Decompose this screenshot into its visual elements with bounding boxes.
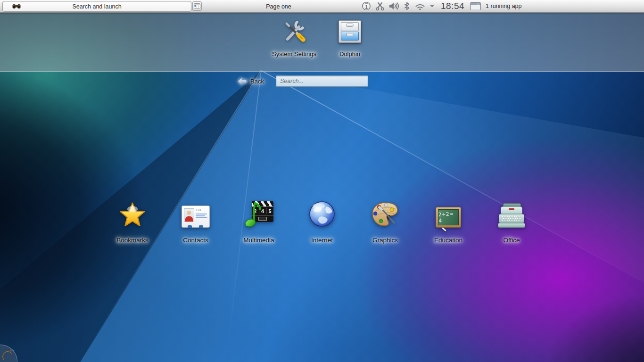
top-panel: Page one 1: [0, 0, 644, 13]
category-label: Contacts: [183, 237, 208, 244]
back-button[interactable]: Back: [237, 75, 264, 87]
network-wireless-icon[interactable]: [414, 2, 426, 11]
back-label: Back: [250, 78, 264, 85]
category-label: Bookmarks: [116, 237, 149, 244]
category-label: Office: [503, 237, 520, 244]
category-label: Education: [434, 237, 462, 244]
contact-photo: [184, 208, 194, 222]
category-graphics[interactable]: Graphics: [354, 195, 417, 244]
chalk-piece: [442, 227, 446, 231]
graphics-palette-icon: [371, 201, 400, 228]
category-label: Internet: [311, 237, 333, 244]
plasma-cashew-icon: [0, 346, 16, 362]
favorite-dolphin[interactable]: Dolphin: [322, 18, 378, 58]
contact-card-title: KDE: [196, 208, 202, 212]
clipboard-scissors-icon[interactable]: [375, 1, 385, 11]
tray-expander-chevron-icon[interactable]: [429, 5, 435, 8]
desktop: Page one 1: [0, 0, 644, 362]
bookmarks-star-icon: [118, 200, 147, 228]
category-office[interactable]: Office: [480, 195, 543, 244]
favorite-label: System Settings: [272, 50, 316, 58]
internet-globe-icon: [308, 200, 336, 228]
favorite-label: Dolphin: [339, 50, 360, 58]
page-label: Page one: [234, 3, 323, 10]
category-multimedia[interactable]: 2 4 5: [227, 195, 290, 244]
music-note-icon: [244, 200, 262, 228]
launcher-search-input[interactable]: [276, 75, 368, 87]
education-chalkboard-icon: 2+2= 4: [436, 207, 461, 228]
app-search-input[interactable]: [3, 1, 191, 11]
category-grid: Bookmarks KDE Contacts: [0, 195, 644, 244]
window-icon: [470, 2, 481, 10]
window-list-button[interactable]: [192, 1, 202, 11]
office-typewriter-icon: [498, 202, 525, 228]
category-label: Multimedia: [243, 237, 274, 244]
dolphin-file-cabinet-icon: [339, 20, 361, 43]
volume-icon[interactable]: [388, 1, 400, 11]
system-tray: 1: [361, 0, 522, 12]
keyboard-layout-1-icon[interactable]: 1: [361, 1, 372, 11]
running-apps-label[interactable]: 1 running app: [486, 3, 521, 9]
plasma-cashew[interactable]: [0, 345, 17, 362]
category-education[interactable]: 2+2= 4 Education: [417, 195, 480, 244]
category-label: Graphics: [372, 237, 398, 244]
app-search-bar[interactable]: [2, 1, 191, 12]
contacts-card-icon: KDE: [182, 206, 210, 228]
back-arrow-icon: [237, 77, 248, 86]
chalkboard-text: 2+2= 4: [438, 211, 458, 224]
category-internet[interactable]: Internet: [290, 195, 354, 244]
category-contacts[interactable]: KDE Contacts: [164, 195, 227, 244]
category-bookmarks[interactable]: Bookmarks: [101, 195, 164, 244]
favorites-strip: System Settings Dolphin: [0, 13, 644, 72]
system-settings-icon: [281, 19, 307, 44]
clock[interactable]: 18:54: [441, 1, 464, 11]
bluetooth-icon[interactable]: [403, 1, 411, 11]
favorite-system-settings[interactable]: System Settings: [266, 18, 322, 58]
multimedia-clapperboard-icon: 2 4 5: [244, 200, 273, 228]
svg-text:1: 1: [365, 4, 368, 10]
window-list-icon: [194, 3, 200, 9]
